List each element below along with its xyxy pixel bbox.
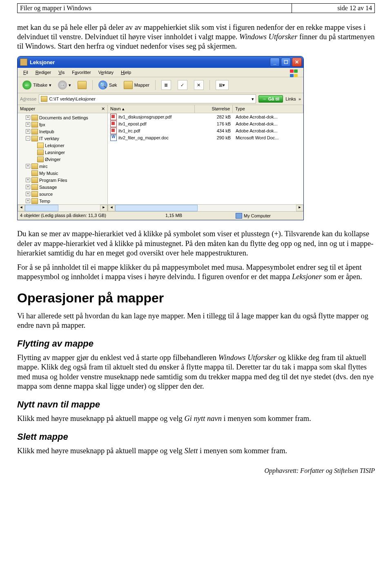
tree-item[interactable]: My Music — [26, 170, 107, 177]
file-row[interactable]: itv1_epost.pdf176 kBAdobe Acrobat-dok... — [108, 120, 303, 127]
go-button[interactable]: → Gå til — [258, 95, 283, 103]
doc-title: Filer og mapper i Windows — [18, 4, 292, 13]
expand-icon[interactable]: + — [26, 122, 30, 127]
menu-help[interactable]: Hjelp — [118, 69, 134, 76]
maximize-button[interactable]: ☐ — [281, 58, 291, 67]
file-name: itv2_filer_og_mapper.doc — [118, 135, 169, 140]
tree-item[interactable]: +Program Files — [26, 177, 107, 183]
tree-item-label: Documents and Settings — [39, 115, 88, 120]
tree-item[interactable]: +source — [26, 190, 107, 197]
folders-button[interactable]: Mapper — [121, 80, 152, 90]
tree-item-label: My Music — [39, 171, 58, 176]
window-titlebar[interactable]: Leksjoner _ ☐ ✕ — [18, 56, 303, 68]
address-value: C:\IT verktøy\Leksjoner — [49, 96, 96, 101]
expand-icon[interactable]: + — [26, 164, 30, 168]
expand-icon[interactable]: + — [26, 178, 30, 182]
tree-item[interactable]: -IT verktøy — [26, 135, 107, 142]
folder-tree-pane: Mapper ✕ +Documents and Settings+fpx+Ine… — [18, 105, 108, 211]
folder-icon — [31, 170, 38, 176]
close-pane-button[interactable]: ✕ — [101, 106, 105, 112]
file-size: 434 kB — [196, 128, 233, 133]
back-arrow-icon: ← — [22, 81, 31, 90]
heading-rename-folder: Nytt navn til mappe — [17, 399, 375, 410]
forward-button[interactable]: → ▾ — [56, 79, 74, 91]
explorer-screenshot: Leksjoner _ ☐ ✕ Fil Rediger Vis Favoritt… — [17, 56, 375, 220]
chevron-expand-icon[interactable]: » — [298, 96, 301, 101]
address-bar: Adresse C:\IT verktøy\Leksjoner ▾ → Gå t… — [18, 93, 303, 105]
folder-icon — [31, 184, 38, 190]
file-size: 176 kB — [196, 121, 233, 126]
toolbar-btn-a[interactable]: ≣ — [159, 79, 174, 91]
tree-item[interactable]: +mirc — [26, 163, 107, 170]
search-button[interactable]: 🔍 Søk — [96, 79, 120, 91]
file-row[interactable]: itv1_irc.pdf434 kBAdobe Acrobat-dok... — [108, 127, 303, 134]
menubar: Fil Rediger Vis Favoritter Verktøy Hjelp — [18, 68, 303, 77]
folder-icon — [37, 150, 44, 155]
expand-icon[interactable]: + — [26, 115, 30, 120]
file-type: Microsoft Word Doc... — [233, 135, 303, 140]
tree-item-label: mirc — [39, 164, 48, 169]
column-name[interactable]: Navn ▴ — [108, 105, 195, 113]
folder-icon — [20, 58, 27, 66]
folder-icon — [31, 163, 38, 169]
column-type[interactable]: Type — [233, 105, 303, 113]
tree-item[interactable]: +Temp — [26, 197, 107, 204]
tree-item-label: Leksjoner — [45, 143, 65, 148]
horizontal-scrollbar[interactable]: ◄► — [108, 204, 303, 211]
file-row[interactable]: itv2_filer_og_mapper.doc290 kBMicrosoft … — [108, 134, 303, 141]
back-button[interactable]: ← Tilbake ▾ — [20, 79, 54, 91]
tree-item-label: fpx — [39, 122, 45, 127]
horizontal-scrollbar[interactable]: ◄► — [18, 204, 107, 211]
folder-icon — [41, 96, 47, 102]
tree-item-label: Temp — [39, 199, 50, 204]
expand-icon[interactable]: + — [26, 185, 30, 189]
tree-item[interactable]: +Documents and Settings — [26, 114, 107, 121]
folder-icon — [31, 198, 38, 204]
go-arrow-icon: → — [262, 96, 267, 101]
toolbar-btn-b[interactable]: ✓ — [175, 79, 190, 91]
close-button[interactable]: ✕ — [292, 58, 302, 67]
file-name: itv1_diskusjonsgrupper.pdf — [118, 114, 172, 119]
pdf-icon — [110, 114, 117, 120]
address-label: Adresse — [20, 96, 36, 101]
collapse-icon[interactable]: - — [26, 136, 30, 141]
menu-view[interactable]: Vis — [55, 69, 68, 76]
menu-favorites[interactable]: Favoritter — [69, 69, 94, 76]
folders-icon — [124, 81, 133, 89]
tree-item-label: Inetpub — [39, 129, 54, 134]
file-size: 290 kB — [196, 135, 233, 140]
menu-tools[interactable]: Verktøy — [95, 69, 117, 76]
menu-edit[interactable]: Rediger — [32, 69, 55, 76]
menu-file[interactable]: Fil — [20, 69, 31, 76]
tree-item-label: Sausage — [39, 185, 57, 190]
toolbar-btn-c[interactable]: ✕ — [192, 79, 206, 91]
tree-item[interactable]: +Inetpub — [26, 128, 107, 135]
up-button[interactable] — [75, 80, 89, 90]
folder-icon — [31, 115, 38, 121]
expand-icon[interactable]: + — [26, 199, 30, 203]
tree-item[interactable]: Leksjoner — [31, 142, 107, 149]
file-row[interactable]: itv1_diskusjonsgrupper.pdf282 kBAdobe Ac… — [108, 113, 303, 120]
tree-item[interactable]: +Sausage — [26, 183, 107, 190]
column-size[interactable]: Størrelse — [195, 105, 233, 113]
copyright-footer: Opphavsrett: Forfatter og Stiftelsen TIS… — [17, 467, 375, 474]
expand-icon[interactable]: + — [26, 129, 30, 134]
address-field[interactable]: C:\IT verktøy\Leksjoner ▾ — [39, 94, 256, 103]
expand-icon[interactable]: + — [26, 192, 30, 196]
status-bar: 4 objekter (Ledig plass på disken: 11,3 … — [18, 211, 303, 220]
chevron-down-icon[interactable]: ▾ — [252, 96, 254, 102]
links-label[interactable]: Links — [285, 96, 296, 101]
folder-icon — [37, 157, 44, 162]
tree-item-label: Løsninger — [45, 150, 65, 155]
forward-arrow-icon: → — [58, 81, 67, 90]
minimize-button[interactable]: _ — [270, 58, 280, 67]
tree-item[interactable]: +fpx — [26, 121, 107, 128]
page-indicator: side 12 av 14 — [292, 4, 374, 13]
tree-item[interactable]: Løsninger — [31, 149, 107, 156]
toolbar-views-button[interactable]: ⊞▾ — [213, 79, 231, 91]
windows-logo-icon — [290, 69, 301, 78]
paragraph-rename-folder: Klikk med høyre museknapp på aktuell map… — [17, 414, 375, 423]
chevron-down-icon: ▾ — [49, 83, 51, 88]
status-location: My Computer — [236, 213, 301, 219]
tree-item[interactable]: Øvinger — [31, 156, 107, 163]
